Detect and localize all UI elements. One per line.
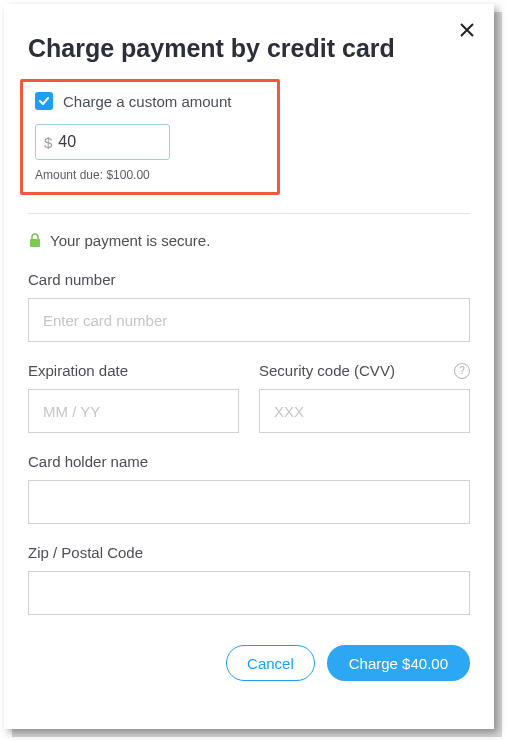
expiration-group: Expiration date (28, 362, 239, 433)
cvv-group: Security code (CVV) ? (259, 362, 470, 433)
button-row: Cancel Charge $40.00 (28, 645, 470, 681)
expiration-cvv-row: Expiration date Security code (CVV) ? (28, 362, 470, 453)
expiration-input[interactable] (28, 389, 239, 433)
cancel-button[interactable]: Cancel (226, 645, 315, 681)
close-icon[interactable] (460, 20, 474, 40)
charge-button[interactable]: Charge $40.00 (327, 645, 470, 681)
card-number-label: Card number (28, 271, 470, 288)
custom-amount-checkbox-row: Charge a custom amount (35, 92, 265, 110)
cvv-label-row: Security code (CVV) ? (259, 362, 470, 379)
divider (28, 213, 470, 214)
help-icon[interactable]: ? (454, 363, 470, 379)
cvv-input[interactable] (259, 389, 470, 433)
amount-input-container: $ (35, 124, 170, 160)
card-holder-group: Card holder name (28, 453, 470, 524)
currency-symbol: $ (44, 134, 52, 151)
payment-modal: Charge payment by credit card Charge a c… (4, 4, 494, 729)
card-holder-label: Card holder name (28, 453, 470, 470)
expiration-label: Expiration date (28, 362, 239, 379)
card-number-input[interactable] (28, 298, 470, 342)
custom-amount-checkbox[interactable] (35, 92, 53, 110)
svg-rect-0 (30, 239, 40, 247)
lock-icon (28, 233, 42, 249)
custom-amount-section: Charge a custom amount $ Amount due: $10… (20, 79, 280, 195)
custom-amount-label: Charge a custom amount (63, 93, 231, 110)
secure-text: Your payment is secure. (50, 232, 210, 249)
cvv-label: Security code (CVV) (259, 362, 395, 379)
amount-due-label: Amount due: $100.00 (35, 168, 265, 182)
card-holder-input[interactable] (28, 480, 470, 524)
zip-input[interactable] (28, 571, 470, 615)
secure-row: Your payment is secure. (28, 232, 470, 249)
zip-group: Zip / Postal Code (28, 544, 470, 615)
zip-label: Zip / Postal Code (28, 544, 470, 561)
amount-input[interactable] (58, 133, 161, 151)
check-icon (38, 95, 50, 107)
card-number-group: Card number (28, 271, 470, 342)
modal-title: Charge payment by credit card (28, 34, 470, 63)
